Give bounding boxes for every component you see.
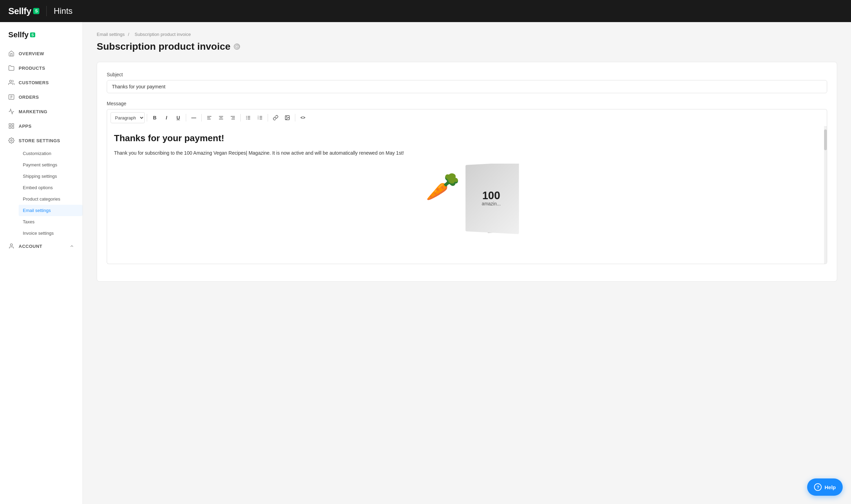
align-right-icon [230, 115, 236, 120]
topbar-logo-badge: S [33, 8, 39, 14]
sidebar-item-invoice-settings[interactable]: Invoice settings [19, 227, 83, 239]
svg-rect-5 [9, 124, 11, 125]
sidebar: Sellfy S OVERVIEW PRODUCTS CUSTOMERS ORD… [0, 22, 83, 504]
sidebar-item-marketing-label: MARKETING [19, 109, 47, 114]
main-content: Email settings / Subscription product in… [83, 22, 851, 504]
sidebar-item-orders-label: ORDERS [19, 95, 39, 100]
sidebar-item-customization[interactable]: Customization [19, 148, 83, 159]
align-center-button[interactable] [216, 112, 227, 123]
editor-scrollbar-thumb [824, 129, 827, 150]
sidebar-item-email-settings[interactable]: Email settings [19, 205, 83, 216]
topbar: Sellfy S Hints [0, 0, 851, 22]
store-settings-subnav: Customization Payment settings Shipping … [0, 148, 83, 239]
bullet-list-button[interactable] [243, 112, 254, 123]
sidebar-item-customers[interactable]: CUSTOMERS [0, 75, 83, 90]
breadcrumb: Email settings / Subscription product in… [97, 32, 837, 37]
users-icon [8, 79, 15, 86]
sidebar-item-orders[interactable]: ORDERS [0, 90, 83, 104]
svg-point-23 [246, 116, 247, 117]
editor-area[interactable]: Thanks for your payment! Thank you for s… [107, 126, 827, 264]
subject-input[interactable] [107, 80, 827, 93]
toolbar-divider-3 [201, 114, 202, 122]
svg-rect-8 [12, 127, 14, 128]
gear-icon [8, 137, 15, 144]
sidebar-item-embed-options[interactable]: Embed options [19, 182, 83, 193]
toolbar-divider-2 [186, 114, 186, 122]
breadcrumb-current: Subscription product invoice [135, 32, 191, 37]
topbar-divider [46, 6, 47, 16]
sidebar-item-account[interactable]: ACCOUNT [0, 239, 83, 253]
sidebar-logo[interactable]: Sellfy S [0, 28, 83, 46]
content-card: Subject Message Paragraph Heading 1 Head… [97, 62, 837, 282]
book-number: 100 [482, 190, 501, 201]
align-left-icon [207, 115, 212, 120]
svg-point-25 [246, 119, 247, 119]
carrot-image: 🥕 [426, 171, 460, 203]
topbar-logo-text: Sellfy [8, 6, 31, 17]
product-image-mockup: 🥕 100 amazin... [415, 164, 519, 240]
sidebar-item-products-label: PRODUCTS [19, 66, 45, 71]
align-left-button[interactable] [204, 112, 215, 123]
book-word: amazin... [482, 201, 501, 206]
sidebar-item-overview-label: OVERVIEW [19, 51, 44, 56]
sidebar-item-payment-settings[interactable]: Payment settings [19, 159, 83, 171]
chevron-up-icon [69, 244, 74, 249]
svg-point-9 [11, 140, 12, 142]
paragraph-select[interactable]: Paragraph Heading 1 Heading 2 [111, 112, 145, 123]
editor-scrollbar[interactable] [824, 126, 827, 264]
numbered-list-button[interactable]: 123 [255, 112, 266, 123]
message-label: Message [107, 101, 827, 106]
underline-button[interactable]: U [173, 112, 184, 123]
sidebar-item-store-settings-label: STORE SETTINGS [19, 138, 60, 143]
editor-heading: Thanks for your payment! [114, 133, 820, 144]
sidebar-item-marketing[interactable]: MARKETING [0, 104, 83, 119]
sidebar-item-apps-label: APPS [19, 124, 31, 129]
svg-rect-7 [9, 127, 11, 128]
info-icon[interactable]: ⓘ [234, 43, 240, 50]
svg-point-24 [246, 117, 247, 118]
image-icon [285, 115, 290, 120]
sidebar-item-shipping-settings[interactable]: Shipping settings [19, 171, 83, 182]
marketing-icon [8, 108, 15, 115]
code-button[interactable]: <> [297, 112, 308, 123]
align-center-icon [218, 115, 224, 120]
sidebar-item-store-settings[interactable]: STORE SETTINGS [0, 133, 83, 148]
folder-icon [8, 65, 15, 71]
editor-image-area: 🥕 100 amazin... [114, 164, 820, 240]
sidebar-item-apps[interactable]: APPS [0, 119, 83, 133]
link-button[interactable] [270, 112, 281, 123]
toolbar-divider-6 [295, 114, 295, 122]
sidebar-item-taxes[interactable]: Taxes [19, 216, 83, 227]
svg-text:3: 3 [258, 118, 259, 120]
sidebar-item-customers-label: CUSTOMERS [19, 80, 49, 85]
hr-button[interactable]: — [188, 112, 199, 123]
page-title-text: Subscription product invoice [97, 41, 230, 52]
subject-label: Subject [107, 72, 827, 77]
editor-body-text: Thank you for subscribing to the 100 Ama… [114, 149, 820, 157]
topbar-logo[interactable]: Sellfy S [8, 6, 39, 17]
apps-icon [8, 123, 15, 129]
subject-field-group: Subject [107, 72, 827, 93]
svg-point-0 [10, 80, 12, 82]
sidebar-item-overview[interactable]: OVERVIEW [0, 46, 83, 61]
account-icon [8, 243, 15, 249]
sidebar-item-products[interactable]: PRODUCTS [0, 61, 83, 75]
topbar-title: Hints [54, 6, 73, 16]
message-field-group: Message Paragraph Heading 1 Heading 2 B … [107, 101, 827, 264]
sidebar-item-product-categories[interactable]: Product categories [19, 193, 83, 205]
editor-toolbar: Paragraph Heading 1 Heading 2 B I U — [107, 109, 827, 126]
bullet-list-icon [246, 115, 251, 120]
sidebar-logo-badge: S [30, 32, 35, 37]
align-right-button[interactable] [227, 112, 238, 123]
help-label: Help [824, 484, 836, 490]
link-icon [273, 115, 278, 120]
breadcrumb-parent[interactable]: Email settings [97, 32, 125, 37]
bold-button[interactable]: B [149, 112, 160, 123]
card-body: Subject Message Paragraph Heading 1 Head… [97, 62, 837, 281]
svg-point-10 [10, 244, 12, 246]
italic-button[interactable]: I [161, 112, 172, 123]
help-button[interactable]: ? Help [807, 478, 843, 496]
app-layout: Sellfy S OVERVIEW PRODUCTS CUSTOMERS ORD… [0, 22, 851, 504]
page-title: Subscription product invoice ⓘ [97, 41, 837, 52]
image-button[interactable] [282, 112, 293, 123]
